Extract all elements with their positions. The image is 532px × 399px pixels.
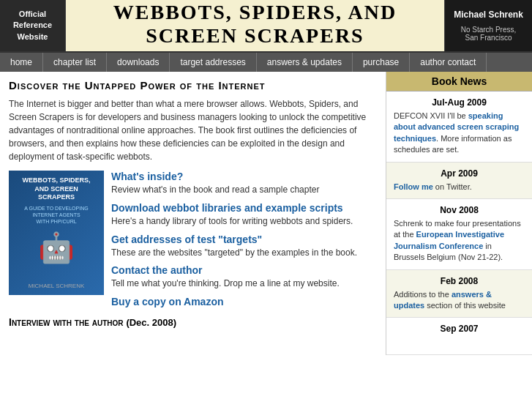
page-heading: Discover the Untapped Power of the Inter… [9,79,377,92]
sidebar-scroll[interactable]: Jul-Aug 2009 DEFCON XVII I'll be speakin… [386,92,532,355]
official-ref-text: OfficialReferenceWebsite [13,9,52,42]
nav-author-contact[interactable]: author contact [410,53,487,72]
main-nav: home chapter list downloads target addre… [0,51,532,72]
author-info: Michael Schrenk No Starch Press, San Fra… [444,0,532,51]
nav-target-addresses[interactable]: target addresses [170,53,256,72]
nav-chapter-list[interactable]: chapter list [43,53,107,72]
official-reference-label: OfficialReferenceWebsite [0,0,66,51]
author-name: Michael Schrenk [454,10,523,20]
sidebar-entry-sep2007: Sep 2007 [386,318,532,354]
sidebar-date-jul2009: Jul-Aug 2009 [394,97,525,108]
sidebar-entry-apr2009: Apr 2009 Follow me on Twitter. [386,163,532,199]
conference-link[interactable]: European Investigative Journalism Confer… [394,230,504,250]
book-cover: WEBBOTS, SPIDERS,AND SCREENSCRAPERS A GU… [9,171,104,295]
sidebar-text-nov2008: Schrenk to make four presentations at th… [394,218,525,264]
follow-me-link[interactable]: Follow me [394,182,433,191]
book-cover-title: WEBBOTS, SPIDERS,AND SCREENSCRAPERS [22,176,90,202]
sidebar-date-nov2008: Nov 2008 [394,205,525,215]
sidebar-text-jul2009: DEFCON XVII I'll be speaking about advan… [394,111,525,156]
nav-home[interactable]: home [0,53,43,72]
buy-amazon-link[interactable]: Buy a copy on Amazon [111,296,377,307]
whats-inside-link[interactable]: What's inside? [111,171,377,182]
nav-answers-updates[interactable]: answers & updates [257,53,353,72]
sidebar-date-apr2009: Apr 2009 [394,168,525,179]
download-webbot-link[interactable]: Download webbot libraries and example sc… [111,202,377,214]
nav-purchase[interactable]: purchase [353,53,410,72]
interview-date: (Dec. 2008) [126,317,176,328]
sidebar-text-feb2008: Additions to the answers & updates secti… [394,289,525,312]
sidebar-date-feb2008: Feb 2008 [394,276,525,286]
contact-author-link[interactable]: Contact the author [111,264,377,276]
sidebar-date-sep2007: Sep 2007 [394,324,525,334]
sidebar-entry-feb2008: Feb 2008 Additions to the answers & upda… [386,270,532,318]
nav-downloads[interactable]: downloads [107,53,170,72]
download-webbot-desc: Here's a handy library of tools for writ… [111,215,377,228]
sidebar: Book News Jul-Aug 2009 DEFCON XVII I'll … [386,72,532,355]
whats-inside-desc: Review what's in the book and read a sam… [111,184,377,196]
interview-heading: Interview with the author (Dec. 2008) [9,316,377,328]
robot-icon: 🤖 [38,231,75,265]
sidebar-entry-jul2009: Jul-Aug 2009 DEFCON XVII I'll be speakin… [386,92,532,163]
sidebar-header: Book News [386,72,532,92]
sidebar-text-apr2009: Follow me on Twitter. [394,182,525,193]
target-addresses-link[interactable]: Get addresses of test "targets" [111,234,377,245]
book-cover-subtitle: A GUIDE TO DEVELOPING INTERNET AGENTSWIT… [15,205,98,225]
target-addresses-desc: These are the websites "targeted" by the… [111,247,377,259]
contact-author-desc: Tell me what you're thinking. Drop me a … [111,277,377,290]
answers-updates-link[interactable]: answers & updates [394,290,492,310]
sidebar-text-sep2007 [394,337,525,348]
speaking-link[interactable]: speaking about advanced screen scraping … [394,111,519,143]
publisher-city: San Francisco [465,34,512,42]
publisher-name: No Starch Press, [461,26,517,34]
book-links: What's inside? Review what's in the book… [111,171,377,309]
sidebar-entry-nov2008: Nov 2008 Schrenk to make four presentati… [386,199,532,270]
book-cover-author: MICHAEL SCHRENK [29,283,85,289]
intro-text: The Internet is bigger and better than w… [9,97,377,163]
site-title: Webbots, Spiders, and Screen Scrapers [113,1,397,48]
